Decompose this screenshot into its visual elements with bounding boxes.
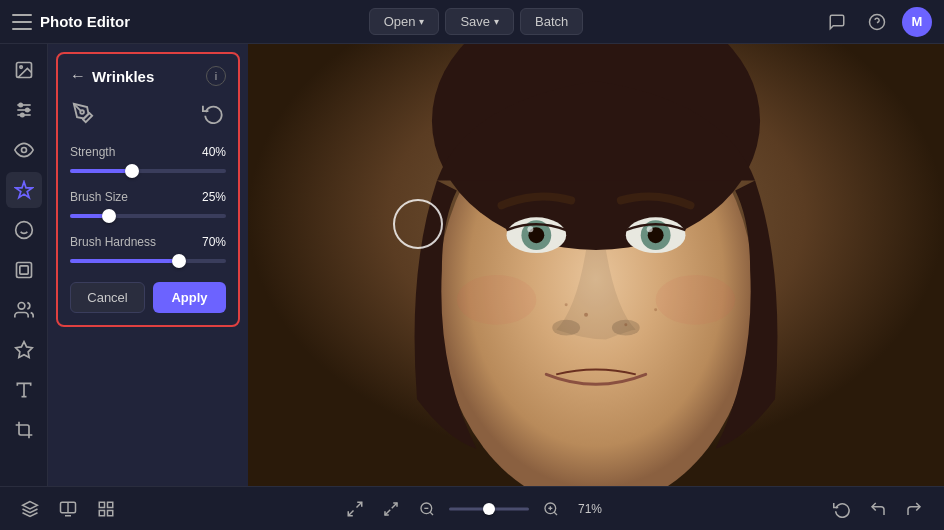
panel-area: ← Wrinkles i Strength 40% <box>48 44 248 486</box>
cancel-button[interactable]: Cancel <box>70 282 145 313</box>
topbar-left: Photo Editor <box>12 13 130 30</box>
brush-size-label: Brush Size <box>70 190 128 204</box>
help-button[interactable] <box>862 7 892 37</box>
panel-header: ← Wrinkles i <box>70 66 226 86</box>
svg-rect-48 <box>99 510 104 515</box>
strength-label: Strength <box>70 145 115 159</box>
redo-icon[interactable] <box>900 495 928 523</box>
fit-screen-icon[interactable] <box>341 495 369 523</box>
svg-point-32 <box>647 226 653 232</box>
zoom-level: 71% <box>573 502 608 516</box>
svg-point-38 <box>624 323 627 326</box>
svg-point-16 <box>18 303 25 310</box>
svg-line-52 <box>391 503 396 508</box>
brush-hardness-label: Brush Hardness <box>70 235 156 249</box>
panel-title: Wrinkles <box>92 68 206 85</box>
open-button[interactable]: Open ▾ <box>369 8 440 35</box>
svg-point-40 <box>654 308 657 311</box>
sidebar-item-frame[interactable] <box>6 252 42 288</box>
strength-slider-group: Strength 40% <box>70 145 226 178</box>
brush-hardness-slider-container <box>70 254 226 268</box>
wrinkles-panel: ← Wrinkles i Strength 40% <box>56 52 240 327</box>
sidebar-item-text[interactable] <box>6 372 42 408</box>
info-button[interactable]: i <box>206 66 226 86</box>
sidebar-item-adjust[interactable] <box>6 92 42 128</box>
svg-marker-17 <box>15 342 32 358</box>
svg-point-11 <box>15 222 32 239</box>
svg-line-49 <box>356 502 361 507</box>
svg-line-57 <box>554 512 557 515</box>
bottombar-right <box>828 495 928 523</box>
svg-point-9 <box>20 113 23 116</box>
reset-icon-button[interactable] <box>200 100 226 131</box>
svg-line-51 <box>385 509 390 514</box>
zoom-out-icon[interactable] <box>413 495 441 523</box>
save-arrow: ▾ <box>494 16 499 27</box>
strength-value: 40% <box>202 145 226 159</box>
brush-size-slider-container <box>70 209 226 223</box>
brush-hardness-value: 70% <box>202 235 226 249</box>
svg-point-35 <box>457 275 537 325</box>
sidebar <box>0 44 48 486</box>
svg-point-20 <box>80 110 84 114</box>
svg-point-34 <box>612 320 640 336</box>
svg-point-7 <box>19 103 22 106</box>
brush-size-label-row: Brush Size 25% <box>70 190 226 204</box>
layers-icon[interactable] <box>16 495 44 523</box>
svg-rect-47 <box>108 510 113 515</box>
svg-line-54 <box>430 512 433 515</box>
svg-point-33 <box>552 320 580 336</box>
sidebar-item-people[interactable] <box>6 292 42 328</box>
svg-point-29 <box>527 226 533 232</box>
zoom-fit-icon[interactable] <box>377 495 405 523</box>
bottombar-left <box>16 495 120 523</box>
canvas-area[interactable] <box>248 44 944 486</box>
app-title: Photo Editor <box>40 13 130 30</box>
sidebar-item-image[interactable] <box>6 52 42 88</box>
svg-point-8 <box>25 108 28 111</box>
panel-actions: Cancel Apply <box>70 282 226 313</box>
svg-rect-14 <box>16 263 31 278</box>
sidebar-item-view[interactable] <box>6 132 42 168</box>
apply-button[interactable]: Apply <box>153 282 226 313</box>
zoom-in-icon[interactable] <box>537 495 565 523</box>
undo-icon[interactable] <box>864 495 892 523</box>
brush-size-slider-group: Brush Size 25% <box>70 190 226 223</box>
user-avatar[interactable]: M <box>902 7 932 37</box>
svg-line-50 <box>348 510 353 515</box>
strength-label-row: Strength 40% <box>70 145 226 159</box>
open-arrow: ▾ <box>419 16 424 27</box>
brush-size-value: 25% <box>202 190 226 204</box>
menu-icon[interactable] <box>12 14 32 30</box>
zoom-thumb <box>483 503 495 515</box>
svg-point-3 <box>19 66 21 69</box>
back-button[interactable]: ← <box>70 67 86 85</box>
canvas-image <box>248 44 944 486</box>
strength-slider-container <box>70 164 226 178</box>
history-back-icon[interactable] <box>828 495 856 523</box>
sidebar-item-effects[interactable] <box>6 172 42 208</box>
sidebar-item-retouch[interactable] <box>6 212 42 248</box>
zoom-slider[interactable] <box>449 502 529 516</box>
topbar-center: Open ▾ Save ▾ Batch <box>369 8 584 35</box>
topbar-right: M <box>822 7 932 37</box>
brush-hardness-label-row: Brush Hardness 70% <box>70 235 226 249</box>
svg-point-36 <box>656 275 736 325</box>
save-button[interactable]: Save ▾ <box>445 8 514 35</box>
sidebar-item-crop[interactable] <box>6 412 42 448</box>
svg-point-37 <box>584 313 588 317</box>
sidebar-item-export[interactable] <box>6 332 42 368</box>
grid-icon[interactable] <box>92 495 120 523</box>
svg-marker-41 <box>23 501 38 509</box>
svg-point-39 <box>565 303 568 306</box>
svg-rect-45 <box>99 502 104 507</box>
svg-point-10 <box>21 148 26 153</box>
svg-rect-46 <box>108 502 113 507</box>
batch-button[interactable]: Batch <box>520 8 583 35</box>
brush-icon-button[interactable] <box>70 100 96 131</box>
compare-icon[interactable] <box>54 495 82 523</box>
panel-icons-row <box>70 100 226 131</box>
svg-rect-15 <box>19 266 27 274</box>
bottombar: 71% <box>0 486 944 530</box>
chat-button[interactable] <box>822 7 852 37</box>
